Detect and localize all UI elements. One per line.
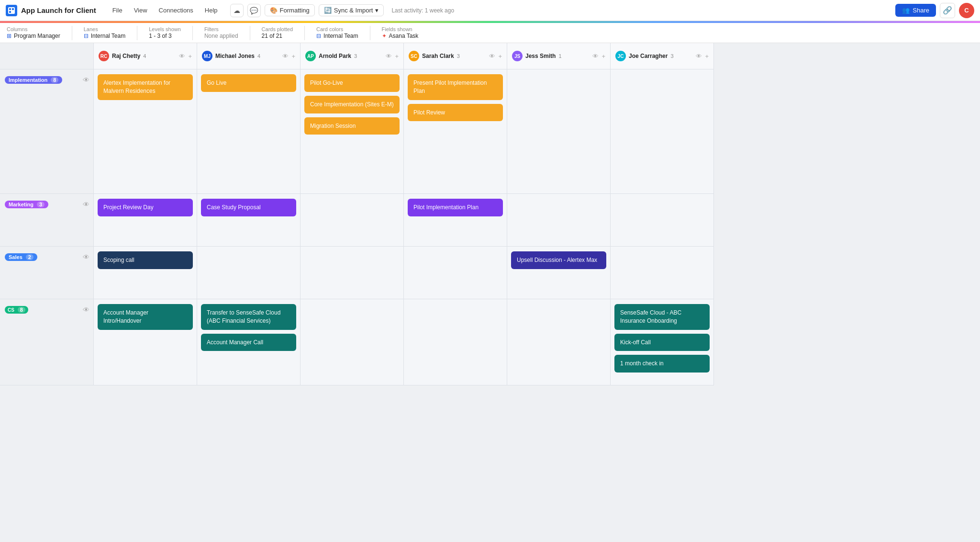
cell-michael-impl: Go Live: [197, 69, 301, 194]
add-icon-jess[interactable]: +: [601, 53, 605, 60]
lane-impl-label: Implementation 8: [5, 76, 62, 84]
share-button[interactable]: 👥 Share: [895, 4, 936, 17]
cell-jess-sales: Upsell Discussion - Alertex Max: [507, 247, 611, 299]
avatar-jess: JS: [512, 51, 523, 61]
actions-jess: 👁 +: [592, 53, 605, 60]
lane-header-empty: [0, 43, 94, 69]
mkt-badge: Marketing 3: [5, 201, 48, 208]
card-colors-value[interactable]: ⊟ Internal Team: [316, 33, 358, 39]
chat-icon[interactable]: 💬: [247, 4, 261, 17]
filters-value[interactable]: None applied: [204, 33, 238, 39]
lanes-value[interactable]: ⊟ Internal Team: [84, 33, 126, 39]
menu-file[interactable]: File: [108, 5, 127, 16]
actions-joe: 👁 +: [696, 53, 709, 60]
card-arnold-impl-2[interactable]: Core Implementation (Sites E-M): [304, 96, 400, 113]
menu-view[interactable]: View: [129, 5, 152, 16]
fields-shown-label: Fields shown: [382, 26, 419, 32]
card-arnold-impl-1[interactable]: Pilot Go-Live: [304, 74, 400, 92]
dropdown-icon: ▾: [375, 7, 379, 14]
card-jess-sales-1[interactable]: Upsell Discussion - Alertex Max: [511, 251, 606, 269]
impl-hide-icon[interactable]: 👁: [83, 76, 89, 84]
count-michael: 4: [257, 53, 260, 59]
levels-value[interactable]: 1 - 3 of 3: [149, 33, 181, 39]
divider-1: [72, 26, 72, 40]
card-raj-sales-1[interactable]: Scoping call: [98, 251, 193, 269]
cs-badge: CS 8: [5, 306, 28, 314]
sales-hide-icon[interactable]: 👁: [83, 253, 89, 261]
cell-michael-sales: [197, 247, 301, 299]
hide-icon-raj[interactable]: 👁: [179, 53, 185, 60]
add-icon-joe[interactable]: +: [705, 53, 709, 60]
add-icon-raj[interactable]: +: [188, 53, 192, 60]
mkt-hide-icon[interactable]: 👁: [83, 201, 89, 208]
impl-badge: Implementation 8: [5, 76, 62, 84]
card-michael-mkt-1[interactable]: Case Study Proposal: [201, 199, 296, 216]
hide-icon-joe[interactable]: 👁: [696, 53, 702, 60]
add-icon-arnold[interactable]: +: [395, 53, 399, 60]
hide-icon-arnold[interactable]: 👁: [386, 53, 392, 60]
lane-sales-label: Sales 2: [5, 253, 37, 261]
card-raj-mkt-1[interactable]: Project Review Day: [98, 199, 193, 216]
svg-rect-3: [9, 11, 11, 13]
app-logo: [6, 5, 17, 16]
add-icon-michael[interactable]: +: [291, 53, 295, 60]
columns-value[interactable]: ⊞ Program Manager: [7, 33, 60, 39]
lane-impl: Implementation 8 👁: [0, 69, 94, 194]
menu-help[interactable]: Help: [200, 5, 223, 16]
add-icon-sarah[interactable]: +: [498, 53, 502, 60]
sync-icon: 🔄: [324, 7, 332, 14]
card-sarah-impl-1[interactable]: Present Pilot Implementation Plan: [408, 74, 503, 100]
name-michael: Michael Jones: [215, 53, 255, 59]
card-raj-impl-1[interactable]: Alertex Implementation for Malvern Resid…: [98, 74, 193, 100]
card-michael-cs-1[interactable]: Transfer to SenseSafe Cloud (ABC Financi…: [201, 304, 296, 330]
top-icons: ☁ 💬: [230, 4, 261, 17]
count-jess: 1: [558, 53, 561, 59]
columns-label: Columns: [7, 26, 60, 32]
toolbar: Columns ⊞ Program Manager Lanes ⊟ Intern…: [0, 23, 980, 43]
sync-button[interactable]: 🔄 Sync & Import ▾: [319, 4, 384, 16]
column-jess: JS Jess Smith 1 👁 + Upsell Discussion - …: [507, 43, 611, 542]
card-joe-cs-2[interactable]: Kick-off Call: [614, 334, 710, 351]
cs-hide-icon[interactable]: 👁: [83, 306, 89, 314]
menu-connections[interactable]: Connections: [154, 5, 198, 16]
cell-sarah-cs: [404, 299, 507, 385]
name-joe: Joe Carragher: [629, 53, 668, 59]
formatting-button[interactable]: 🎨 Formatting: [265, 4, 315, 16]
svg-rect-0: [8, 7, 15, 14]
card-michael-impl-1[interactable]: Go Live: [201, 74, 296, 92]
share-icon: 👥: [902, 7, 910, 14]
hide-icon-jess[interactable]: 👁: [592, 53, 599, 60]
card-joe-cs-3[interactable]: 1 month check in: [614, 355, 710, 373]
col-header-sarah: SC Sarah Clark 3 👁 +: [404, 43, 507, 69]
count-joe: 3: [670, 53, 673, 59]
link-button[interactable]: 🔗: [940, 3, 955, 18]
svg-rect-1: [9, 8, 11, 10]
lane-mkt: Marketing 3 👁: [0, 194, 94, 247]
count-raj: 4: [143, 53, 146, 59]
column-michael: MJ Michael Jones 4 👁 + Go Live Case Stud…: [197, 43, 301, 542]
actions-michael: 👁 +: [282, 53, 295, 60]
card-joe-cs-1[interactable]: SenseSafe Cloud - ABC Insurance Onboardi…: [614, 304, 710, 330]
card-sarah-impl-2[interactable]: Pilot Review: [408, 104, 503, 122]
cell-jess-impl: [507, 69, 611, 194]
svg-rect-2: [12, 8, 14, 10]
cell-joe-impl: [611, 69, 714, 194]
actions-arnold: 👁 +: [386, 53, 399, 60]
col-header-arnold: AP Arnold Park 3 👁 +: [301, 43, 404, 69]
top-menu: File View Connections Help: [108, 5, 223, 16]
cloud-icon[interactable]: ☁: [230, 4, 244, 17]
fields-shown-value[interactable]: ✦ Asana Task: [382, 33, 419, 39]
card-sarah-mkt-1[interactable]: Pilot Implementation Plan: [408, 199, 503, 216]
hide-icon-sarah[interactable]: 👁: [489, 53, 495, 60]
divider-6: [370, 26, 370, 40]
cell-sarah-impl: Present Pilot Implementation Plan Pilot …: [404, 69, 507, 194]
hide-icon-michael[interactable]: 👁: [282, 53, 289, 60]
card-arnold-impl-3[interactable]: Migration Session: [304, 117, 400, 135]
card-michael-cs-2[interactable]: Account Manager Call: [201, 334, 296, 351]
col-header-jess: JS Jess Smith 1 👁 +: [507, 43, 611, 69]
card-raj-cs-1[interactable]: Account Manager Intro/Handover: [98, 304, 193, 330]
cell-michael-mkt: Case Study Proposal: [197, 194, 301, 247]
board: Implementation 8 👁 Marketing 3 👁 Sales 2…: [0, 43, 980, 542]
col-header-michael: MJ Michael Jones 4 👁 +: [197, 43, 301, 69]
column-sarah: SC Sarah Clark 3 👁 + Present Pilot Imple…: [404, 43, 507, 542]
